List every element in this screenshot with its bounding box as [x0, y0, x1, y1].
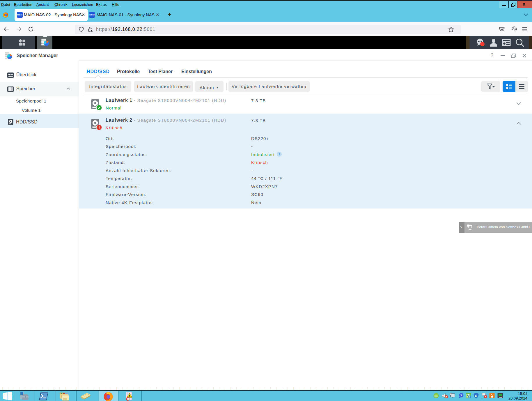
svg-text:S: S — [475, 394, 477, 398]
svg-text:?: ? — [469, 396, 470, 398]
svg-text:sbx: sbx — [435, 395, 438, 397]
svg-text:?: ? — [460, 393, 462, 397]
